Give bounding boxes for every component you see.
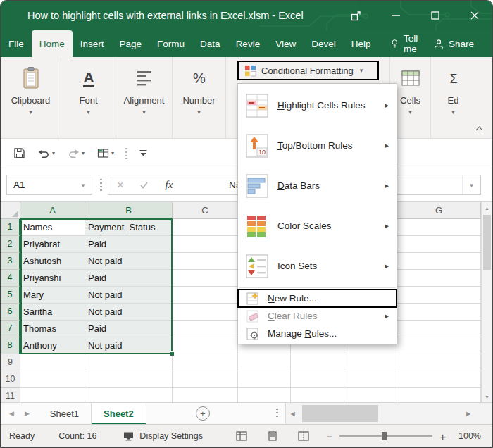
enter-icon[interactable] (132, 182, 155, 189)
insert-function-icon[interactable]: fx (155, 179, 183, 191)
row-header-6[interactable]: 6 (1, 304, 20, 321)
cell-G6[interactable] (397, 304, 481, 321)
menu-item-new-rule[interactable]: New Rule... (238, 290, 397, 307)
scroll-right-icon[interactable]: ▶ (461, 411, 475, 417)
cell-A2[interactable]: Priyabrat (20, 236, 85, 253)
scroll-down-icon[interactable]: ▼ (482, 391, 492, 402)
row-header-7[interactable]: 7 (1, 321, 20, 337)
zoom-in-button[interactable]: + (439, 430, 446, 442)
tell-me-button[interactable]: Tell me (385, 30, 434, 57)
scroll-left-icon[interactable]: ◀ (286, 411, 300, 417)
column-header-G[interactable]: G (397, 202, 481, 219)
editing-group[interactable]: Σ Ed ▾ (430, 57, 475, 138)
cell-F9[interactable] (344, 354, 397, 371)
count-indicator[interactable]: Count: 16 (58, 431, 96, 441)
cell-E10[interactable] (291, 371, 344, 388)
column-header-B[interactable]: B (85, 202, 173, 219)
cell-A3[interactable]: Ashutosh (20, 253, 85, 270)
undo-button[interactable]: ▾ (34, 146, 59, 161)
tab-file[interactable]: File (1, 30, 32, 57)
cell-C5[interactable] (173, 287, 238, 304)
expand-formula-bar-icon[interactable]: ▾ (462, 175, 480, 194)
cell-B6[interactable]: Not paid (85, 304, 173, 321)
column-header-C[interactable]: C (173, 202, 238, 219)
next-sheet-icon[interactable]: ▶ (25, 410, 30, 417)
cell-C7[interactable] (173, 321, 238, 337)
row-header-9[interactable]: 9 (1, 354, 20, 371)
display-settings-button[interactable]: Display Settings (119, 429, 207, 443)
cell-G7[interactable] (397, 321, 481, 337)
horizontal-scroll-thumb[interactable] (302, 405, 378, 422)
cell-G1[interactable] (397, 219, 481, 236)
alignment-group[interactable]: Alignment ▾ (116, 57, 173, 138)
cell-F11[interactable] (344, 388, 397, 402)
cell-C4[interactable] (173, 270, 238, 287)
cell-F10[interactable] (344, 371, 397, 388)
tab-help[interactable]: Help (344, 30, 379, 57)
cell-G10[interactable] (397, 371, 481, 388)
cell-A6[interactable]: Saritha (20, 304, 85, 321)
tab-page-layout[interactable]: Page (112, 30, 150, 57)
cell-B7[interactable]: Paid (85, 321, 173, 337)
cell-C10[interactable] (173, 371, 238, 388)
tab-data[interactable]: Data (192, 30, 228, 57)
sheet-tab-sheet1[interactable]: Sheet1 (38, 403, 92, 424)
vertical-scrollbar[interactable]: ▲ ▼ (481, 202, 492, 402)
cell-B8[interactable]: Not paid (85, 337, 173, 354)
row-header-2[interactable]: 2 (1, 236, 20, 253)
tab-developer[interactable]: Devel (304, 30, 344, 57)
cell-B10[interactable] (85, 371, 173, 388)
cell-C6[interactable] (173, 304, 238, 321)
row-header-4[interactable]: 4 (1, 270, 20, 287)
horizontal-scroll-track[interactable] (300, 403, 461, 424)
row-header-1[interactable]: 1 (1, 219, 20, 236)
cell-B2[interactable]: Paid (85, 236, 173, 253)
menu-item-top-bottom-rules[interactable]: 10 Top/Bottom Rules ▸ (238, 125, 397, 166)
tab-insert[interactable]: Insert (73, 30, 112, 57)
font-group[interactable]: A Font ▾ (61, 57, 116, 138)
fill-handle[interactable] (170, 351, 175, 356)
popout-icon[interactable] (348, 8, 364, 24)
cell-A11[interactable] (20, 388, 85, 402)
scroll-up-icon[interactable]: ▲ (482, 202, 492, 213)
cell-C11[interactable] (173, 388, 238, 402)
row-header-5[interactable]: 5 (1, 287, 20, 304)
tab-scrollbar-splitter[interactable] (276, 409, 278, 419)
cell-G5[interactable] (397, 287, 481, 304)
chevron-down-icon[interactable]: ▾ (75, 182, 92, 189)
cell-E9[interactable] (291, 354, 344, 371)
cell-A7[interactable]: Thomas (20, 321, 85, 337)
menu-item-data-bars[interactable]: Data Bars ▸ (238, 166, 397, 206)
cell-C2[interactable] (173, 236, 238, 253)
zoom-out-button[interactable]: − (326, 430, 332, 442)
cell-C9[interactable] (173, 354, 238, 371)
name-box[interactable]: A1 ▾ (6, 175, 92, 195)
cell-B5[interactable]: Not paid (85, 287, 173, 304)
cell-D9[interactable] (238, 354, 291, 371)
new-sheet-button[interactable]: + (196, 406, 210, 421)
row-header-11[interactable]: 11 (1, 388, 20, 402)
cell-B1[interactable]: Payment_Status (85, 219, 173, 236)
sheet-tab-sheet2[interactable]: Sheet2 (92, 403, 146, 424)
row-header-3[interactable]: 3 (1, 253, 20, 270)
save-button[interactable] (9, 144, 30, 162)
previous-sheet-icon[interactable]: ◀ (9, 410, 14, 417)
cell-A1[interactable]: Names (20, 219, 85, 236)
redo-button[interactable]: ▾ (63, 146, 89, 161)
minimize-button[interactable] (388, 8, 404, 23)
cell-D10[interactable] (238, 371, 291, 388)
cell-B11[interactable] (85, 388, 173, 402)
row-header-8[interactable]: 8 (1, 337, 20, 354)
column-header-A[interactable]: A (20, 202, 85, 219)
normal-view-icon[interactable] (236, 431, 247, 441)
cell-C1[interactable] (173, 219, 238, 236)
cell-B9[interactable] (85, 354, 173, 371)
cell-B4[interactable]: Paid (85, 270, 173, 287)
cell-A8[interactable]: Anthony (20, 337, 85, 354)
zoom-slider-thumb[interactable] (382, 432, 387, 440)
vertical-scroll-thumb[interactable] (483, 215, 491, 270)
customize-qat-button[interactable] (135, 147, 152, 160)
cell-B3[interactable]: Not paid (85, 253, 173, 270)
cell-E11[interactable] (291, 388, 344, 402)
table-tool-button[interactable]: ▾ (93, 145, 118, 161)
